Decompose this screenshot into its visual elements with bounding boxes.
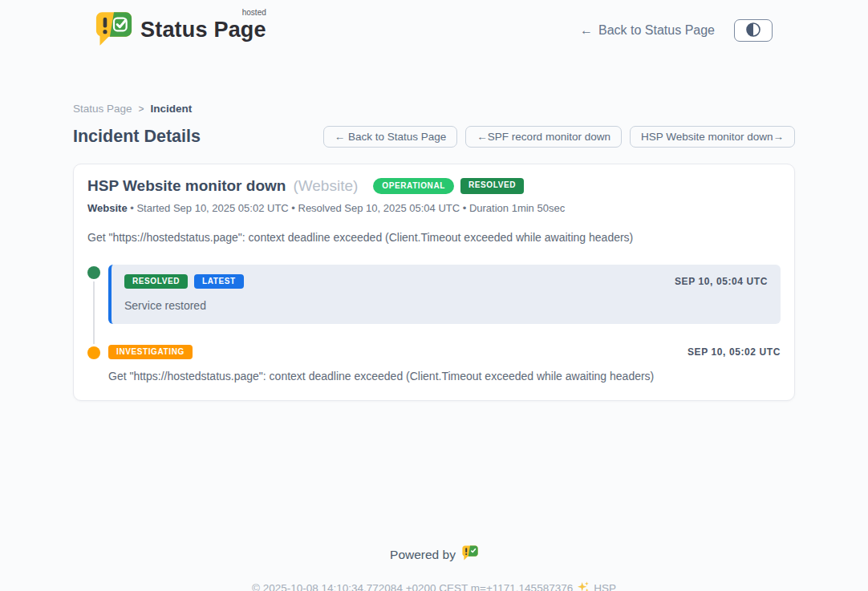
header-back-link[interactable]: ← Back to Status Page [580,23,715,38]
header-back-link-label: Back to Status Page [598,23,715,38]
status-page-logo-icon [95,11,132,50]
timeline-message: Get "https://hostedstatus.page": context… [108,370,781,383]
logo-text: Status Page [140,18,266,42]
footer: Powered by © 2025-10-08 14:10:34.772084 … [0,545,868,591]
breadcrumb-root[interactable]: Status Page [73,103,132,115]
next-incident-button[interactable]: HSP Website monitor down→ [630,126,795,148]
theme-toggle-button[interactable] [734,19,773,42]
incident-meta-component: Website [87,202,128,214]
timeline-message: Service restored [124,299,768,312]
timeline-timestamp: SEP 10, 05:02 UTC [688,346,781,358]
latest-badge: LATEST [194,274,244,289]
timeline-entry-resolved: RESOLVED LATEST SEP 10, 05:04 UTC Servic… [87,265,781,324]
logo-superscript: hosted [242,8,266,17]
page-title: Incident Details [73,127,201,147]
timeline-dot-green [87,266,100,279]
back-to-status-page-button[interactable]: ← Back to Status Page [323,126,458,148]
incident-meta: Website • Started Sep 10, 2025 05:02 UTC… [87,202,781,214]
copyright-suffix: HSP [594,582,616,591]
incident-description: Get "https://hostedstatus.page": context… [87,231,781,244]
powered-by-label: Powered by [390,548,456,562]
prev-incident-button[interactable]: ←SPF record monitor down [465,126,622,148]
resolved-status-badge: RESOLVED [460,178,524,194]
incident-card: HSP Website monitor down (Website) OPERA… [73,164,795,401]
timeline-timestamp: SEP 10, 05:04 UTC [675,276,768,287]
copyright-text: © 2025-10-08 14:10:34.772084 +0200 CEST … [252,582,573,591]
incident-meta-times: • Started Sep 10, 2025 05:02 UTC • Resol… [128,202,566,214]
copyright-line: © 2025-10-08 14:10:34.772084 +0200 CEST … [0,581,868,591]
incident-component: (Website) [293,177,358,195]
incident-nav-buttons: ← Back to Status Page ←SPF record monito… [323,126,795,148]
investigating-badge: INVESTIGATING [108,345,193,359]
timeline-dot-orange [87,346,100,359]
incident-timeline: RESOLVED LATEST SEP 10, 05:04 UTC Servic… [87,265,781,383]
header: hosted Status Page ← Back to Status Page [73,0,795,51]
app-logo[interactable]: hosted Status Page [95,11,266,50]
sparkles-icon [577,581,590,591]
resolved-badge: RESOLVED [124,274,188,289]
breadcrumb: Status Page > Incident [73,103,795,115]
timeline-entry-investigating: INVESTIGATING SEP 10, 05:02 UTC Get "htt… [87,345,781,383]
left-arrow-icon: ← [580,23,593,38]
circle-half-icon [745,22,761,40]
incident-title: HSP Website monitor down [87,177,286,195]
status-page-logo-icon-small[interactable] [462,545,478,564]
operational-status-badge: OPERATIONAL [373,178,454,194]
breadcrumb-current: Incident [151,103,193,115]
breadcrumb-separator: > [139,103,144,115]
timeline-entry-highlight-box: RESOLVED LATEST SEP 10, 05:04 UTC Servic… [108,265,781,324]
